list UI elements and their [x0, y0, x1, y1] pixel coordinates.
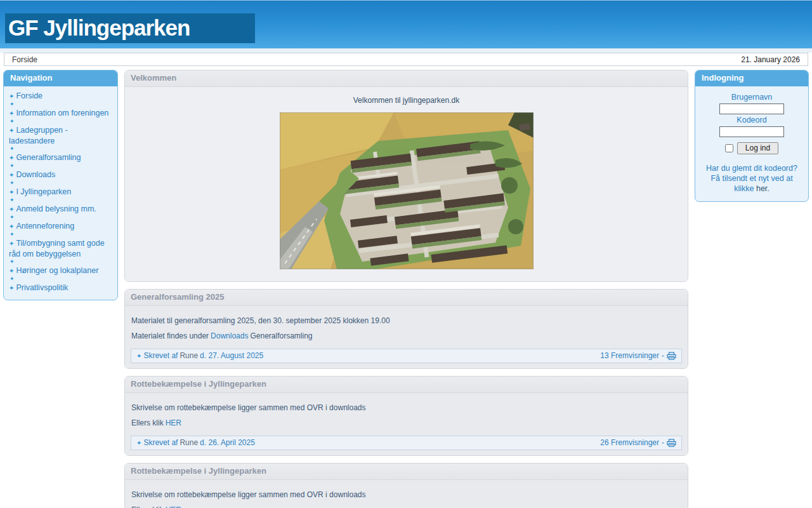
diamond-bullet-icon: ✦ — [9, 154, 14, 161]
left-sidebar: Navigation ✦Forside✦✦Information om fore… — [3, 70, 118, 300]
news-title: Rottebekæmpelse i Jyllingeparken — [125, 377, 688, 393]
news-panel-rotte-2: Rottebekæmpelse i Jyllingeparken Skrivel… — [124, 463, 688, 508]
printer-icon[interactable] — [667, 439, 676, 447]
diamond-bullet-icon: ✦ — [10, 276, 112, 282]
news-title: Rottebekæmpelse i Jyllingeparken — [125, 464, 688, 480]
welcome-text: Velkommen til jyllingeparken.dk — [131, 96, 681, 105]
her-link[interactable]: HER — [166, 418, 181, 427]
printer-icon[interactable] — [667, 352, 676, 360]
sidebar-item-ladegruppen-ladestandere[interactable]: ✦Ladegruppen - ladestandere — [9, 125, 112, 146]
header-strip — [0, 48, 812, 53]
login-panel-title: Indlogning — [695, 70, 808, 86]
diamond-bullet-icon: ✦ — [9, 206, 14, 213]
views-count: 26 Fremvisninger — [600, 438, 659, 447]
diamond-bullet-icon: ✦ — [9, 267, 14, 274]
sidebar-item-forside[interactable]: ✦Forside — [9, 91, 112, 102]
site-logo[interactable]: GF Jyllingeparken — [5, 13, 255, 43]
navigation-panel: Navigation ✦Forside✦✦Information om fore… — [3, 70, 118, 300]
post-date-link[interactable]: d. 27. August 2025 — [200, 351, 263, 360]
content-column: Velkommen Velkommen til jyllingeparken.d… — [124, 70, 688, 508]
diamond-bullet-icon: ✦ — [9, 127, 14, 134]
password-input[interactable] — [719, 126, 784, 137]
diamond-bullet-icon: ✦ — [10, 232, 112, 237]
byline: ✦Skrevet afRuned. 26. April 2025 — [136, 438, 257, 447]
news-body: Materialet til generalforsamling 2025, d… — [125, 306, 688, 368]
diamond-bullet-icon: ✦ — [9, 93, 14, 100]
right-sidebar: Indlogning Brugernavn Kodeord Log ind Ha… — [695, 70, 809, 202]
forgot-password-line2: Få tilsendt et nyt ved at klikke her. — [700, 173, 803, 194]
news-panel-rotte-1: Rottebekæmpelse i Jyllingeparken Skrivel… — [124, 376, 688, 456]
diamond-bullet-icon: ✦ — [9, 240, 14, 247]
diamond-bullet-icon: ✦ — [9, 223, 14, 230]
main-layout: Navigation ✦Forside✦✦Information om fore… — [0, 66, 812, 508]
downloads-link[interactable]: Downloads — [211, 331, 248, 340]
her-link[interactable]: her. — [756, 184, 769, 193]
login-panel: Indlogning Brugernavn Kodeord Log ind Ha… — [695, 70, 809, 202]
author-link[interactable]: Rune — [180, 351, 198, 360]
her-link[interactable]: HER — [166, 505, 181, 508]
current-date: 21. January 2026 — [741, 55, 800, 64]
views-area: 13 Fremvisninger- — [600, 351, 676, 360]
views-count: 13 Fremvisninger — [600, 351, 659, 360]
sidebar-item-i-jyllingeparken[interactable]: ✦I Jyllingeparken — [9, 187, 112, 197]
welcome-panel: Velkommen Velkommen til jyllingeparken.d… — [124, 70, 688, 282]
diamond-bullet-icon: ✦ — [10, 197, 112, 203]
sidebar-item-til-ombygning-samt-gode-r-d-om-bebyggelsen[interactable]: ✦Til/ombygning samt gode råd om bebyggel… — [9, 238, 112, 259]
news-text: Skrivelse om rottebekæmpelse ligger samm… — [131, 403, 681, 413]
views-area: 26 Fremvisninger- — [600, 438, 676, 447]
news-title: Generalforsamling 2025 — [125, 290, 688, 306]
diamond-bullet-icon: ✦ — [9, 110, 14, 117]
diamond-bullet-icon: ✦ — [9, 171, 14, 178]
news-meta-bar: ✦Skrevet afRuned. 26. April 2025 26 Frem… — [131, 436, 682, 450]
site-header: GF Jyllingeparken — [0, 0, 812, 48]
sidebar-item-privatlivspolitik[interactable]: ✦Privatlivspolitik — [9, 283, 112, 293]
sidebar-item-information-om-foreningen[interactable]: ✦Information om foreningen — [9, 108, 112, 119]
news-text: Skrivelse om rottebekæmpelse ligger samm… — [131, 490, 681, 500]
diamond-bullet-icon: ✦ — [10, 119, 112, 124]
news-text: Materialet findes underDownloadsGeneralf… — [131, 331, 681, 341]
news-body: Skrivelse om rottebekæmpelse ligger samm… — [125, 393, 688, 455]
breadcrumb-bar: Forside 21. January 2026 — [4, 53, 808, 66]
diamond-bullet-icon: ✦ — [136, 352, 141, 359]
login-button[interactable]: Log ind — [737, 142, 778, 154]
forgot-password-link[interactable]: Har du glemt dit kodeord? — [700, 163, 803, 173]
diamond-bullet-icon: ✦ — [10, 146, 112, 152]
news-body: Skrivelse om rottebekæmpelse ligger samm… — [125, 480, 688, 508]
news-text: Ellers klikHER — [131, 418, 681, 428]
welcome-panel-title: Velkommen — [125, 70, 688, 87]
diamond-bullet-icon: ✦ — [10, 102, 112, 107]
username-input[interactable] — [719, 104, 784, 114]
remember-me-checkbox[interactable] — [725, 144, 733, 152]
diamond-bullet-icon: ✦ — [10, 180, 112, 186]
news-text: Materialet til generalforsamling 2025, d… — [131, 316, 681, 326]
diamond-bullet-icon: ✦ — [10, 163, 112, 169]
diamond-bullet-icon: ✦ — [10, 259, 112, 265]
author-link[interactable]: Rune — [180, 438, 198, 447]
news-meta-bar: ✦Skrevet afRuned. 27. August 2025 13 Fre… — [131, 349, 682, 363]
password-label: Kodeord — [700, 116, 803, 124]
navigation-panel-title: Navigation — [4, 70, 117, 86]
sidebar-item-generalforsamling[interactable]: ✦Generalforsamling — [9, 152, 112, 163]
breadcrumb[interactable]: Forside — [12, 55, 37, 64]
diamond-bullet-icon: ✦ — [10, 215, 112, 220]
sidebar-item-anmeld-belysning-mm[interactable]: ✦Anmeld belysning mm. — [9, 204, 112, 215]
post-date-link[interactable]: d. 26. April 2025 — [200, 438, 255, 447]
diamond-bullet-icon: ✦ — [136, 439, 141, 446]
login-panel-body: Brugernavn Kodeord Log ind Har du glemt … — [695, 86, 808, 201]
sidebar-item-h-ringer-og-lokalplaner[interactable]: ✦Høringer og lokalplaner — [9, 265, 112, 276]
navigation-list: ✦Forside✦✦Information om foreningen✦✦Lad… — [4, 86, 117, 300]
diamond-bullet-icon: ✦ — [9, 189, 14, 196]
news-panel-generalforsamling: Generalforsamling 2025 Materialet til ge… — [124, 289, 688, 369]
diamond-bullet-icon: ✦ — [9, 284, 14, 291]
byline: ✦Skrevet afRuned. 27. August 2025 — [136, 351, 265, 360]
sidebar-item-antenneforening[interactable]: ✦Antenneforening — [9, 221, 112, 232]
aerial-photo — [280, 112, 534, 269]
sidebar-item-downloads[interactable]: ✦Downloads — [9, 170, 112, 180]
welcome-panel-body: Velkommen til jyllingeparken.dk — [125, 87, 688, 281]
username-label: Brugernavn — [700, 93, 803, 102]
news-text: Ellers klikHER — [131, 505, 681, 508]
